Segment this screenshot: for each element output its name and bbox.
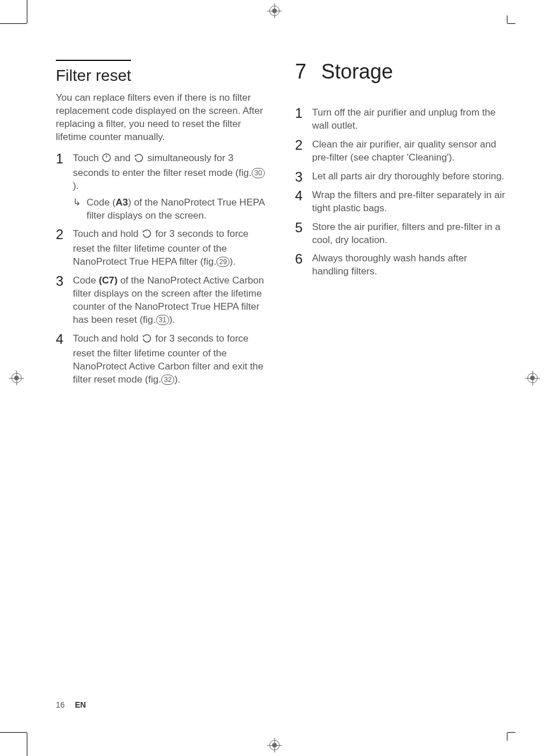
text: ). [169,314,175,325]
registration-mark-icon [527,373,538,383]
text: ). [174,374,180,385]
storage-step-2: Clean the air purifier, air quality sens… [295,138,506,165]
language-code: EN [75,700,85,709]
filter-reset-intro: You can replace filters even if there is… [56,92,267,144]
storage-step-4: Wrap the filters and pre-filter separate… [295,189,506,215]
crop-mark [0,23,27,24]
crop-mark [507,23,515,24]
fig-ref: 29 [216,257,230,267]
storage-step-1: Turn off the air purifier and unplug fro… [295,106,506,133]
crop-mark [0,732,27,733]
text: ). [73,180,79,191]
filter-reset-step-2: Touch and hold for 3 seconds to force re… [56,228,267,269]
storage-steps: Turn off the air purifier and unplug fro… [295,106,506,278]
storage-step-3: Let all parts air dry thoroughly before … [295,170,506,183]
text: Touch and hold [73,228,141,239]
chapter-name: Storage [321,60,393,83]
reset-icon [141,334,153,347]
text: Touch and hold [73,333,141,344]
text: Code ( [87,197,116,208]
filter-reset-step-3: Code (C7) of the NanoProtect Active Carb… [56,274,267,327]
storage-step-5: Store the air purifier, filters and pre-… [295,221,506,247]
code-c7: (C7) [99,275,117,286]
reset-icon [141,229,153,243]
crop-mark [507,15,507,23]
fig-ref: 30 [252,168,265,178]
page-footer: 16 EN [56,700,86,709]
text: Code [73,275,99,286]
crop-mark [507,732,515,733]
power-icon [101,153,112,167]
chapter-number: 7 [295,60,316,84]
crop-mark [27,733,27,756]
registration-mark-icon [11,373,22,383]
fig-ref: 31 [156,315,169,325]
crop-mark [27,0,27,23]
filter-reset-steps: Touch and simultaneously for 3 seconds t… [56,152,267,387]
text: and [114,153,133,163]
section-title-filter-reset: Filter reset [56,60,131,85]
filter-reset-step-1-sub: Code (A3) of the NanoProtect True HEPA f… [73,196,267,223]
text: ). [230,256,235,267]
reset-icon [133,154,145,167]
registration-mark-icon [269,740,280,750]
storage-step-6: Always thoroughly wash hands after handl… [295,252,506,278]
page-number: 16 [56,700,65,709]
text: Touch [73,153,101,163]
fig-ref: 32 [161,375,174,385]
filter-reset-step-4: Touch and hold for 3 seconds to force re… [56,332,267,387]
chapter-title-storage: 7 Storage [295,60,506,84]
crop-mark [507,733,507,741]
right-column: 7 Storage Turn off the air purifier and … [295,60,506,392]
filter-reset-step-1: Touch and simultaneously for 3 seconds t… [56,152,267,223]
sub-item: Code (A3) of the NanoProtect True HEPA f… [73,196,267,223]
left-column: Filter reset You can replace filters eve… [56,60,267,392]
page-content: Filter reset You can replace filters eve… [56,60,506,392]
registration-mark-icon [269,6,280,16]
code-a3: A3 [116,197,128,208]
